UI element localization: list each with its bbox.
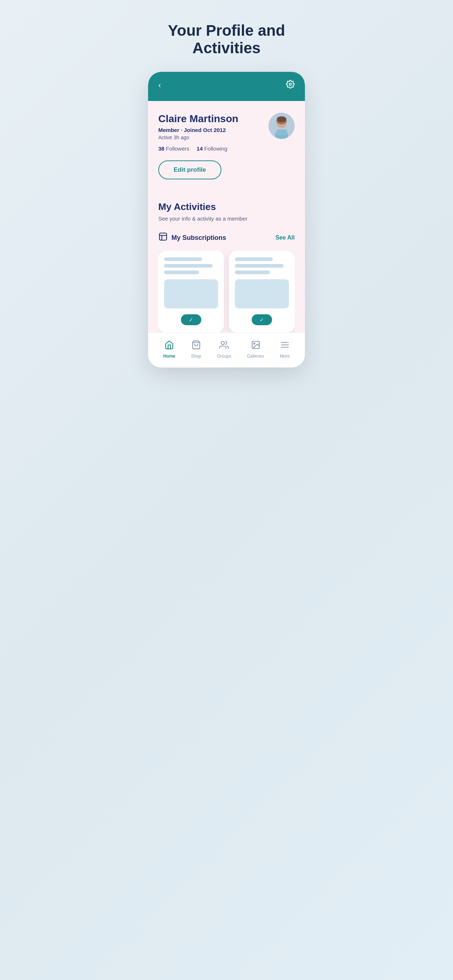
subscription-cards-row: ✓ ✓ <box>158 251 295 332</box>
profile-active-status: Active 3h ago <box>158 135 263 140</box>
subscriptions-icon <box>158 232 168 243</box>
nav-more[interactable]: More <box>276 339 293 360</box>
card-line-2 <box>164 264 213 267</box>
nav-galleries[interactable]: Galleries <box>243 339 268 360</box>
edit-profile-button[interactable]: Edit profile <box>158 161 222 180</box>
groups-icon <box>219 340 229 352</box>
nav-home[interactable]: Home <box>160 339 179 360</box>
subscriptions-title: My Subscriptions <box>171 234 226 242</box>
more-label: More <box>280 354 290 359</box>
nav-shop[interactable]: Shop <box>187 339 205 360</box>
subscription-card-2: ✓ <box>229 251 295 332</box>
svg-point-13 <box>254 343 255 344</box>
card-line-5 <box>235 264 283 267</box>
activities-section: My Activities See your info & activity a… <box>148 189 305 332</box>
galleries-label: Galleries <box>247 354 264 359</box>
card-check-button-1[interactable]: ✓ <box>181 314 201 325</box>
profile-stats: 38 Followers 14 Following <box>158 145 263 152</box>
profile-text: Claire Martinson Member · Joined Oct 201… <box>158 113 263 152</box>
card-line-3 <box>164 270 199 274</box>
profile-member-info: Member · Joined Oct 2012 <box>158 127 263 133</box>
galleries-icon <box>251 340 260 352</box>
bottom-nav: Home Shop <box>148 332 305 368</box>
nav-groups[interactable]: Groups <box>214 339 235 360</box>
svg-point-5 <box>276 117 287 124</box>
svg-point-11 <box>222 341 225 345</box>
settings-icon[interactable] <box>286 80 295 91</box>
page-title: Your Profile and Activities <box>161 22 292 57</box>
card-line-6 <box>235 270 270 274</box>
shop-label: Shop <box>191 354 201 359</box>
back-button[interactable]: ‹ <box>158 81 161 89</box>
following-label: Following <box>204 145 227 152</box>
groups-label: Groups <box>217 354 231 359</box>
shop-icon <box>191 340 201 352</box>
followers-count: 38 <box>158 145 164 152</box>
card-line-1 <box>164 258 202 261</box>
card-line-4 <box>235 258 273 261</box>
activities-title: My Activities <box>158 201 295 213</box>
svg-point-0 <box>289 83 292 85</box>
profile-name: Claire Martinson <box>158 113 263 125</box>
profile-info-row: Claire Martinson Member · Joined Oct 201… <box>158 113 295 152</box>
activities-subtitle: See your info & activity as a member <box>158 215 295 222</box>
card-image-2 <box>235 279 289 309</box>
phone-container: ‹ Claire Martinson Member · Joined Oct 2… <box>148 72 305 368</box>
subscription-card-1: ✓ <box>158 251 224 332</box>
card-image-1 <box>164 279 218 309</box>
checkmark-icon-2: ✓ <box>260 317 264 323</box>
home-label: Home <box>163 354 175 359</box>
page-wrapper: Your Profile and Activities ‹ Claire Mar… <box>139 22 314 368</box>
phone-header: ‹ <box>148 72 305 101</box>
profile-section: Claire Martinson Member · Joined Oct 201… <box>148 101 305 190</box>
svg-rect-6 <box>276 129 287 135</box>
avatar <box>268 113 295 139</box>
home-icon <box>164 340 174 352</box>
svg-rect-7 <box>160 233 167 240</box>
see-all-button[interactable]: See All <box>275 234 295 241</box>
subscriptions-header: My Subscriptions See All <box>158 232 295 243</box>
subscriptions-title-row: My Subscriptions <box>158 232 226 243</box>
checkmark-icon-1: ✓ <box>189 317 193 323</box>
following-count: 14 <box>196 145 203 152</box>
followers-label: Followers <box>166 145 189 152</box>
card-check-button-2[interactable]: ✓ <box>252 314 272 325</box>
more-icon <box>280 340 290 352</box>
